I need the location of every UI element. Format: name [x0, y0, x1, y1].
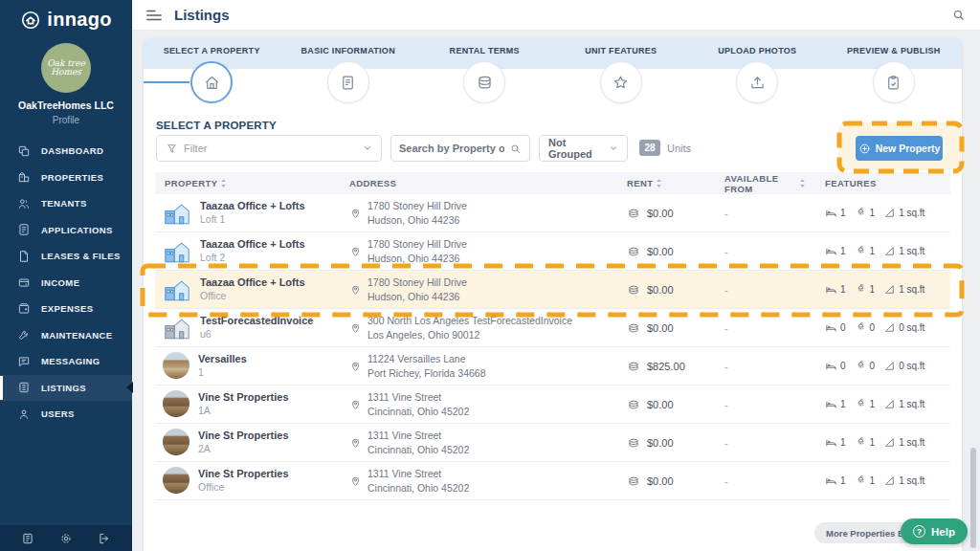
sidebar-item-income[interactable]: INCOME	[0, 270, 132, 297]
table-row[interactable]: TestForecastedInvoice u6 300 North Los A…	[155, 309, 950, 347]
step-upload-photos: UPLOAD PHOTOS	[689, 38, 826, 103]
property-search[interactable]	[390, 135, 530, 162]
help-button[interactable]: ? Help	[901, 518, 968, 544]
units-count-badge: 28	[639, 140, 660, 156]
step-preview-publish: PREVIEW & PUBLISH	[826, 38, 963, 103]
step-circle-basic-information[interactable]	[327, 61, 369, 103]
logo-text: innago	[47, 9, 111, 31]
unit-name: 1A	[198, 405, 289, 418]
income-icon	[17, 276, 31, 289]
sidebar-item-tenants[interactable]: TENANTS	[0, 190, 132, 217]
rent-coins-icon	[627, 245, 640, 258]
maintenance-icon	[17, 328, 31, 342]
shower-icon	[855, 474, 867, 487]
sidebar-item-expenses[interactable]: EXPENSES	[0, 296, 132, 322]
bed-icon	[825, 436, 837, 449]
sidebar-item-applications[interactable]: APPLICATIONS	[0, 217, 132, 244]
area-triangle-icon	[883, 245, 896, 257]
sidebar-item-users[interactable]: USERS	[0, 401, 132, 428]
property-thumbnail	[163, 352, 189, 379]
filter-dropdown[interactable]	[156, 135, 382, 162]
group-by-select[interactable]: Not Grouped	[539, 135, 628, 162]
document-icon[interactable]	[21, 532, 34, 545]
step-circle-upload-photos[interactable]	[736, 61, 778, 103]
step-basic-information: BASIC INFORMATION	[280, 38, 417, 103]
property-name: Versailles	[198, 352, 247, 366]
area-triangle-icon	[883, 398, 896, 410]
step-rental-terms: RENTAL TERMS	[416, 38, 553, 103]
property-name: Vine St Properties	[198, 467, 289, 481]
innago-logo: innago	[0, 0, 132, 31]
sidebar-item-maintenance[interactable]: MAINTENANCE	[0, 322, 132, 349]
rent-coins-icon	[627, 398, 640, 411]
profile-link[interactable]: Profile	[0, 115, 132, 125]
baths-count: 1	[870, 475, 876, 486]
logout-icon[interactable]	[98, 532, 111, 545]
rent-value: $0.00	[647, 246, 674, 257]
search-input[interactable]	[399, 143, 504, 154]
features-cell: 0 0 0 sq.ft	[806, 321, 950, 334]
sidebar-item-label: TENANTS	[41, 198, 87, 209]
property-name: Taazaa Office + Lofts	[200, 276, 305, 290]
step-label: RENTAL TERMS	[450, 46, 520, 55]
beds-count: 1	[840, 246, 846, 256]
property-address: 1780 Stoney Hill Drive Hudson, Ohio 4423…	[368, 237, 467, 265]
plus-circle-icon	[858, 143, 871, 155]
features-cell: 1 1 1 sq.ft	[806, 207, 950, 219]
sidebar-item-dashboard[interactable]: DASHBOARD	[0, 138, 132, 165]
column-header-property[interactable]: PROPERTY	[155, 178, 337, 188]
new-property-label: New Property	[876, 143, 941, 154]
property-thumbnail	[163, 315, 191, 341]
table-row[interactable]: Taazaa Office + Lofts Loft 1 1780 Stoney…	[155, 194, 950, 232]
section-title: SELECT A PROPERTY	[156, 120, 277, 131]
area-triangle-icon	[883, 436, 896, 449]
column-header-available-from[interactable]: AVAILABLE FROM	[705, 173, 806, 194]
table-row[interactable]: Versailles 1 11224 Versailles Lane Port …	[155, 347, 950, 386]
rent-value: $0.00	[647, 437, 674, 449]
table-row[interactable]: Taazaa Office + Lofts Office 1780 Stoney…	[155, 271, 950, 309]
column-header-rent[interactable]: RENT	[610, 178, 705, 188]
beds-count: 0	[840, 361, 846, 371]
baths-count: 0	[870, 322, 876, 333]
step-circle-preview-publish[interactable]	[873, 61, 915, 103]
step-label: BASIC INFORMATION	[301, 46, 395, 55]
step-circle-select-property[interactable]	[190, 61, 233, 103]
gear-icon[interactable]	[59, 532, 73, 545]
leases-files-icon	[17, 250, 31, 263]
unit-name: Office	[200, 290, 305, 303]
sidebar-nav: DASHBOARD PROPERTIES TENANTS APPLICATION…	[0, 138, 132, 428]
table-row[interactable]: Vine St Properties 1A 1311 Vine Street C…	[155, 386, 950, 424]
units-label: Units	[667, 143, 691, 154]
sidebar-item-leases-files[interactable]: LEASES & FILES	[0, 243, 132, 270]
step-circle-unit-features[interactable]	[600, 61, 642, 103]
column-header-features: FEATURES	[806, 178, 950, 188]
sidebar-item-properties[interactable]: PROPERTIES	[0, 165, 132, 191]
filter-input[interactable]	[184, 143, 357, 154]
unit-name: u6	[200, 328, 313, 342]
sqft-value: 1 sq.ft	[899, 437, 924, 448]
menu-toggle-button[interactable]	[146, 9, 162, 22]
property-thumbnail	[163, 200, 191, 226]
shower-icon	[855, 360, 867, 372]
available-from-value: -	[705, 208, 806, 219]
features-cell: 1 1 1 sq.ft	[806, 398, 950, 410]
table-row[interactable]: Taazaa Office + Lofts Loft 2 1780 Stoney…	[155, 232, 950, 271]
beds-count: 1	[840, 284, 846, 295]
new-property-button[interactable]: New Property	[856, 136, 943, 161]
search-icon[interactable]	[509, 143, 522, 155]
table-row[interactable]: Vine St Properties Office 1311 Vine Stre…	[155, 462, 950, 500]
sidebar-item-messaging[interactable]: MESSAGING	[0, 348, 132, 375]
shower-icon	[855, 245, 867, 257]
beds-count: 1	[840, 437, 846, 448]
table-header-row: PROPERTY ADDRESS RENT AVAILABLE FROM FEA…	[155, 172, 950, 194]
sqft-value: 0 sq.ft	[899, 322, 924, 333]
scrollbar-thumb[interactable]	[970, 448, 976, 548]
sidebar-item-listings[interactable]: LISTINGS	[0, 375, 132, 402]
table-row[interactable]: Vine St Properties 2A 1311 Vine Street C…	[155, 424, 950, 462]
available-from-value: -	[705, 322, 806, 334]
shower-icon	[855, 436, 867, 449]
tenants-icon	[17, 197, 31, 210]
step-circle-rental-terms[interactable]	[463, 61, 505, 103]
avatar[interactable]: Oak tree Homes	[41, 43, 91, 93]
global-search-button[interactable]	[951, 8, 966, 22]
